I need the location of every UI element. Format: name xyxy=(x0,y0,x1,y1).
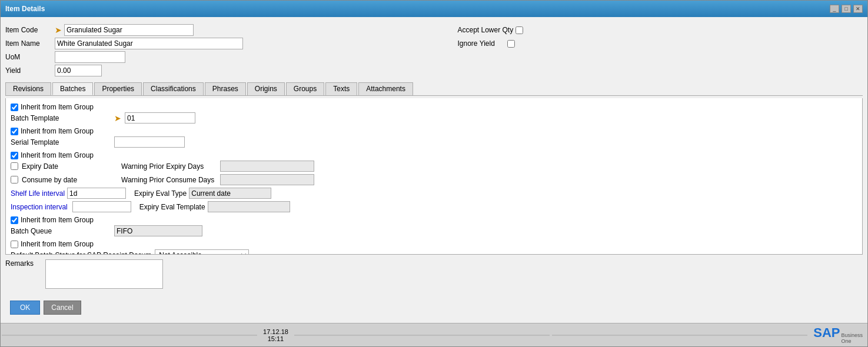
inherit-bottom-checkbox[interactable] xyxy=(11,241,18,248)
inherit-serial-row: Inherit from Item Group xyxy=(11,127,857,135)
maximize-button[interactable]: □ xyxy=(842,5,851,13)
tab-origins[interactable]: Origins xyxy=(247,82,285,95)
remarks-label: Remarks xyxy=(5,259,41,268)
batch-template-arrow: ➤ xyxy=(114,114,121,123)
yield-label: Yield xyxy=(5,66,52,75)
content-area: Item Code ➤ Item Name UoM Yield xyxy=(1,17,867,323)
status-date: 17.12.18 xyxy=(263,328,288,335)
inherit-third-row: Inherit from Item Group xyxy=(11,151,857,159)
remarks-textarea[interactable] xyxy=(45,259,163,289)
expiry-date-row: Expiry Date xyxy=(11,162,117,171)
sap-logo: SAP Business One xyxy=(809,325,867,345)
expiry-eval-type-input[interactable] xyxy=(189,188,271,199)
expiry-eval-template-label: Expiry Eval Template xyxy=(139,203,205,211)
inherit-third-checkbox[interactable] xyxy=(11,152,18,159)
item-code-arrow: ➤ xyxy=(55,25,62,35)
status-left-field xyxy=(2,335,257,336)
warning-prior-consume-label: Warning Prior Consume Days xyxy=(121,176,215,184)
batch-template-label: Batch Template xyxy=(11,114,111,122)
title-bar: Item Details _ □ ✕ xyxy=(1,1,867,17)
inherit-batch-checkbox[interactable] xyxy=(11,104,18,111)
ignore-yield-label: Ignore Yield xyxy=(458,39,505,48)
tab-content: Inherit from Item Group Batch Template ➤… xyxy=(5,98,863,255)
main-window: Item Details _ □ ✕ Item Code ➤ Item Name xyxy=(0,0,868,347)
uom-row: UoM xyxy=(5,51,428,63)
status-right-field xyxy=(552,335,807,336)
tab-phrases[interactable]: Phrases xyxy=(205,82,246,95)
item-code-input[interactable] xyxy=(64,24,194,36)
inherit-batch-queue-row: Inherit from Item Group xyxy=(11,216,857,224)
inherit-serial-checkbox[interactable] xyxy=(11,128,18,135)
consume-by-date-label: Consume by date xyxy=(22,176,77,184)
serial-template-input[interactable] xyxy=(114,136,185,148)
uom-input[interactable] xyxy=(55,51,125,63)
ignore-yield-row: Ignore Yield xyxy=(458,38,863,49)
serial-template-label: Serial Template xyxy=(11,138,111,146)
sap-one: One xyxy=(841,339,863,345)
inherit-bottom-label: Inherit from Item Group xyxy=(21,240,94,248)
tab-properties[interactable]: Properties xyxy=(94,82,142,95)
status-mid-field xyxy=(294,335,550,336)
item-name-input[interactable] xyxy=(55,38,243,49)
sap-subtitle: Business One xyxy=(841,333,863,345)
sap-text: SAP xyxy=(813,325,840,341)
expiry-eval-type-label: Expiry Eval Type xyxy=(134,189,187,198)
default-batch-sap-label: Default Batch Status for SAP Receipt Doc… xyxy=(11,251,151,255)
expiry-eval-template-input[interactable] xyxy=(208,201,290,212)
shelf-life-input[interactable] xyxy=(67,188,126,199)
shelf-life-label: Shelf Life interval xyxy=(11,189,65,198)
tab-batches[interactable]: Batches xyxy=(52,82,93,95)
expiry-date-label: Expiry Date xyxy=(22,162,58,171)
yield-row: Yield xyxy=(5,65,428,76)
consume-by-date-checkbox[interactable] xyxy=(11,176,18,183)
inherit-third-label: Inherit from Item Group xyxy=(21,151,94,159)
tab-revisions[interactable]: Revisions xyxy=(5,82,51,95)
yield-input[interactable] xyxy=(55,65,102,76)
ignore-yield-checkbox[interactable] xyxy=(507,40,515,48)
item-code-row: Item Code ➤ xyxy=(5,24,428,36)
batch-queue-label: Batch Queue xyxy=(11,227,111,235)
inspection-row: Inspection interval Expiry Eval Template xyxy=(11,201,290,212)
close-button[interactable]: ✕ xyxy=(853,5,863,13)
warning-prior-consume-input[interactable] xyxy=(220,174,314,185)
batch-queue-row: Batch Queue xyxy=(11,225,857,236)
batch-template-section: Inherit from Item Group Batch Template ➤ xyxy=(11,103,857,124)
inherit-batch-queue-checkbox[interactable] xyxy=(11,216,18,224)
inspection-label: Inspection interval xyxy=(11,203,68,211)
accept-lower-qty-checkbox[interactable] xyxy=(516,26,523,34)
batch-queue-input[interactable] xyxy=(114,225,202,236)
status-bar: 17.12.18 15:11 SAP Business One xyxy=(1,323,867,346)
inspection-input[interactable] xyxy=(72,201,131,212)
warning-prior-expiry-input[interactable] xyxy=(220,161,314,172)
cancel-button[interactable]: Cancel xyxy=(44,301,81,315)
batch-template-input[interactable] xyxy=(125,112,195,124)
tabs-container: Revisions Batches Properties Classificat… xyxy=(5,82,863,96)
minimize-button[interactable]: _ xyxy=(830,5,839,13)
status-time: 15:11 xyxy=(268,335,284,342)
warning-prior-expiry-label: Warning Prior Expiry Days xyxy=(121,162,215,171)
expiry-date-checkbox[interactable] xyxy=(11,162,18,170)
tab-texts[interactable]: Texts xyxy=(325,82,357,95)
default-batch-sap-row: Default Batch Status for SAP Receipt Doc… xyxy=(11,249,857,255)
inherit-bottom-row: Inherit from Item Group xyxy=(11,240,857,248)
bottom-bar: OK Cancel xyxy=(5,297,863,318)
serial-template-row: Serial Template xyxy=(11,136,857,148)
shelf-life-row: Shelf Life interval Expiry Eval Type xyxy=(11,188,271,199)
inherit-batch-row: Inherit from Item Group xyxy=(11,103,857,111)
default-status-section: Inherit from Item Group Default Batch St… xyxy=(11,240,857,255)
ok-button[interactable]: OK xyxy=(10,301,40,315)
serial-template-section: Inherit from Item Group Serial Template xyxy=(11,127,857,148)
remarks-area: Remarks xyxy=(5,257,863,291)
tab-attachments[interactable]: Attachments xyxy=(358,82,413,95)
item-name-label: Item Name xyxy=(5,39,52,48)
title-bar-left: Item Details xyxy=(5,5,45,13)
item-name-row: Item Name xyxy=(5,38,428,49)
uom-label: UoM xyxy=(5,53,52,61)
inherit-serial-label: Inherit from Item Group xyxy=(21,127,94,135)
tab-classifications[interactable]: Classifications xyxy=(143,82,204,95)
tab-groups[interactable]: Groups xyxy=(286,82,324,95)
consume-by-date-row: Consume by date xyxy=(11,176,117,184)
batch-template-row: Batch Template ➤ xyxy=(11,112,857,124)
default-batch-sap-select[interactable]: Not Accesible Accessible xyxy=(155,249,249,255)
header-fields: Item Code ➤ Item Name UoM Yield xyxy=(5,22,863,79)
